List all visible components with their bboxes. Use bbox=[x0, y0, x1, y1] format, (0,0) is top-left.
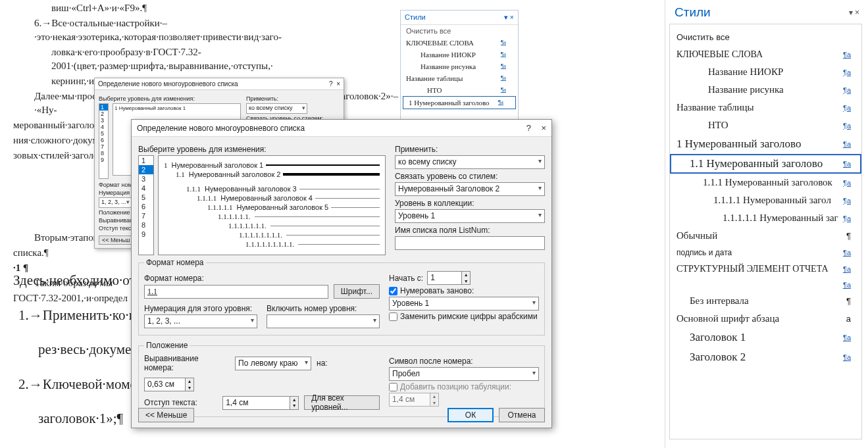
doc-line: рез·весь·докумен bbox=[38, 339, 143, 361]
close-icon[interactable]: × bbox=[336, 80, 340, 87]
font-button[interactable]: Шрифт... bbox=[334, 284, 380, 299]
link-style-dropdown[interactable]: Нумерованный Заголовок 2 bbox=[395, 182, 545, 196]
style-item[interactable]: Название таблицы¶a bbox=[401, 72, 518, 84]
style-item[interactable]: Обычный¶ bbox=[670, 227, 861, 245]
spin-up-icon: ▲ bbox=[430, 393, 438, 400]
style-item-selected[interactable]: 1 Нумерованный заголово¶a bbox=[403, 96, 516, 109]
multilevel-list-dialog: Определение нового многоуровневого списк… bbox=[131, 119, 552, 428]
position-legend: Положение bbox=[144, 341, 190, 350]
doc-line: виш·«Ctrl+A»·и·«F9».¶ bbox=[51, 1, 355, 15]
listnum-label: Имя списка поля ListNum: bbox=[395, 226, 545, 235]
doc-line: ловка·к·его·прообразу·в·ГОСТ·7.32-2001·(… bbox=[51, 45, 355, 73]
dialog-titlebar[interactable]: Определение нового многоуровневого списк… bbox=[132, 120, 551, 137]
indent-label: Отступ текста: bbox=[144, 398, 217, 407]
styles-pane-title: Стили bbox=[675, 5, 711, 20]
doc-line: 6.→Все·остальные·настройки·–·это·некая·э… bbox=[34, 16, 355, 44]
style-item[interactable]: НТО¶a bbox=[401, 84, 518, 96]
style-item[interactable]: 1.1.1 Нумерованный заголовок¶a bbox=[670, 174, 861, 191]
numbering-dropdown[interactable]: 1, 2, 3, ... bbox=[99, 197, 132, 208]
styles-task-pane: Стили ▾ × Очистить все КЛЮЧЕВЫЕ СЛОВА¶aН… bbox=[665, 0, 866, 448]
gallery-label: Уровень в коллекции: bbox=[395, 199, 545, 208]
doc-line: заголовок·1»;¶ bbox=[38, 409, 143, 430]
style-item[interactable]: Заголовок 1¶a bbox=[670, 328, 861, 347]
number-format-legend: Формат номера bbox=[144, 258, 206, 267]
start-spinner[interactable]: 1▲▼ bbox=[427, 271, 471, 285]
spin-up-icon[interactable]: ▲ bbox=[290, 397, 298, 403]
help-icon[interactable]: ? bbox=[329, 80, 333, 87]
spin-up-icon[interactable]: ▲ bbox=[462, 272, 470, 278]
style-item[interactable]: 1.1.1.1 Нумерованный загол¶a bbox=[670, 191, 861, 209]
num-style-label: Нумерация для этого уровня: bbox=[144, 304, 257, 313]
less-button[interactable]: << Меньше bbox=[138, 408, 194, 422]
style-item[interactable]: подпись и дата¶a bbox=[670, 245, 861, 261]
styles-pane-controls[interactable]: ▾ × bbox=[504, 13, 514, 22]
restart-level-dropdown[interactable]: Уровень 1 bbox=[389, 297, 539, 311]
help-icon[interactable]: ? bbox=[526, 123, 531, 133]
doc-line: 1.→Применить·ко·вс bbox=[18, 305, 143, 326]
style-item[interactable]: Название рисунка¶a bbox=[670, 81, 861, 99]
style-item[interactable]: СТРУКТУРНЫЙ ЭЛЕМЕНТ ОТЧЕТА¶a bbox=[670, 261, 861, 278]
styles-pane-embedded: Стили ▾ × Очистить все КЛЮЧЕВЫЕ СЛОВА¶a … bbox=[400, 10, 519, 122]
cancel-button[interactable]: Отмена bbox=[499, 408, 545, 422]
apply-label: Применить: bbox=[395, 145, 545, 154]
style-item[interactable]: Название рисунка¶a bbox=[401, 61, 518, 72]
dialog-title: Определение нового многоуровневого списк… bbox=[98, 80, 238, 87]
apply-dropdown[interactable]: ко всему списку bbox=[395, 155, 545, 169]
format-input[interactable]: 1.1 bbox=[144, 285, 328, 299]
include-level-label: Включить номер уровня: bbox=[267, 304, 380, 313]
spin-up-icon[interactable]: ▲ bbox=[186, 378, 193, 385]
start-label: Начать с: bbox=[389, 274, 423, 283]
tab-position-spinner: 1,4 см▲▼ bbox=[389, 393, 539, 407]
style-item[interactable]: КЛЮЧЕВЫЕ СЛОВА¶a bbox=[670, 46, 861, 63]
styles-pane-header: Стили ▾ × bbox=[665, 0, 866, 24]
close-icon[interactable]: × bbox=[541, 123, 546, 133]
less-button[interactable]: << Меньш bbox=[99, 236, 134, 245]
doc-line: 3.→Формат·номера·– bbox=[18, 443, 143, 449]
style-item[interactable]: КЛЮЧЕВЫЕ СЛОВА¶a bbox=[401, 37, 518, 49]
listnum-input[interactable] bbox=[395, 236, 545, 250]
style-item[interactable]: Название таблицы¶a bbox=[670, 99, 861, 116]
level-list[interactable]: 1 2 3 4 5 6 7 8 9 bbox=[138, 155, 154, 255]
apply-dropdown[interactable]: ко всему списку bbox=[246, 103, 307, 114]
style-item[interactable]: Название НИОКР¶a bbox=[401, 49, 518, 61]
align-label: Выравнивание номера: bbox=[144, 354, 230, 372]
format-label: Формат номера: bbox=[144, 274, 380, 283]
spin-down-icon[interactable]: ▼ bbox=[462, 278, 470, 285]
styles-pane-title: Стили bbox=[405, 13, 426, 22]
style-item[interactable]: Заголовок 2¶a bbox=[670, 347, 861, 367]
apply-label: Применить: bbox=[246, 95, 323, 102]
after-symbol-dropdown[interactable]: Пробел bbox=[389, 367, 539, 381]
at-spinner[interactable]: 0,63 см▲▼ bbox=[144, 378, 194, 391]
gallery-level-dropdown[interactable]: Уровень 1 bbox=[395, 209, 545, 223]
level-list[interactable]: 123456789 bbox=[99, 103, 109, 179]
style-item[interactable]: НТО¶a bbox=[670, 116, 861, 134]
style-item[interactable]: 1 Нумерованный заголово¶a bbox=[670, 134, 861, 154]
style-item[interactable]: Основной шрифт абзацаa bbox=[670, 310, 861, 328]
styles-list: Очистить все КЛЮЧЕВЫЕ СЛОВА¶aНазвание НИ… bbox=[669, 24, 862, 439]
styles-pane-controls[interactable]: ▾ × bbox=[849, 8, 859, 17]
at-label: на: bbox=[317, 359, 328, 368]
style-item[interactable]: ¶a bbox=[670, 278, 861, 292]
ok-button[interactable]: ОК bbox=[447, 408, 494, 422]
num-style-dropdown[interactable]: 1, 2, 3, ... bbox=[144, 314, 257, 328]
style-item[interactable]: Название НИОКР¶a bbox=[670, 63, 861, 81]
style-item[interactable]: 1.1.1.1.1 Нумерованный заг¶a bbox=[670, 209, 861, 227]
styles-pane-header: Стили ▾ × bbox=[401, 11, 518, 25]
link-label: Связать уровень со стилем: bbox=[395, 172, 545, 181]
tab-position-checkbox[interactable]: Добавить позицию табуляции: bbox=[389, 382, 539, 391]
clear-all-link[interactable]: Очистить все bbox=[670, 28, 861, 46]
roman-arabic-checkbox[interactable]: Заменить римские цифры арабскими bbox=[389, 312, 539, 321]
after-symbol-label: Символ после номера: bbox=[389, 357, 539, 366]
number-format-group: Формат номера Формат номера: 1.1 Шрифт..… bbox=[138, 258, 545, 336]
clear-all-link[interactable]: Очистить все bbox=[401, 25, 518, 37]
include-level-dropdown[interactable] bbox=[267, 314, 380, 328]
doc-body-large: Здесь·необходимо·от 1.→Применить·ко·вс р… bbox=[13, 257, 143, 448]
spin-down-icon[interactable]: ▼ bbox=[186, 385, 193, 391]
level-label: Выберите уровень для изменения: bbox=[138, 145, 386, 154]
align-dropdown[interactable]: По левому краю bbox=[235, 357, 311, 370]
level-label: Выберите уровень для изменения: bbox=[99, 95, 242, 102]
style-item[interactable]: Без интервала¶ bbox=[670, 292, 861, 310]
style-item[interactable]: 1.1 Нумерованный заголово¶a bbox=[670, 154, 861, 174]
restart-checkbox[interactable]: Нумеровать заново: bbox=[389, 286, 539, 295]
level-preview: 1Нумерованный заголовок 1 1.1Нумерованны… bbox=[158, 155, 386, 255]
